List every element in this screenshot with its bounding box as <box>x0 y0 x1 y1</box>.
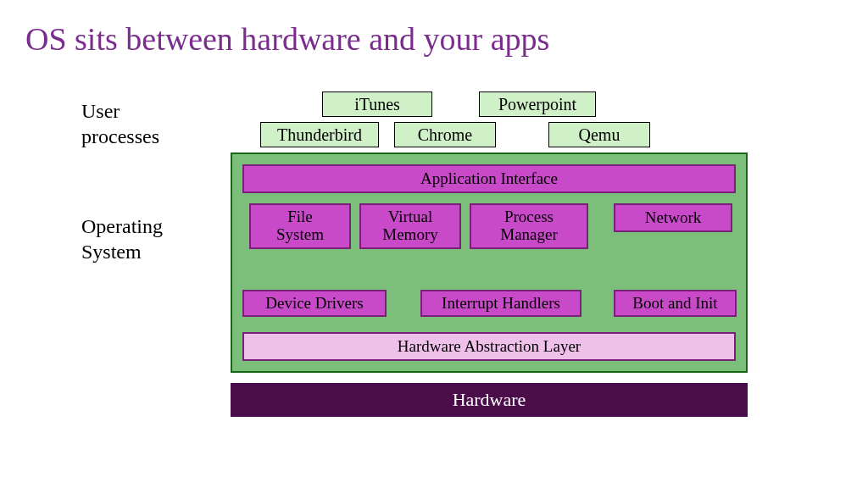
label-user-processes: Userprocesses <box>81 98 159 149</box>
os-process-manager: ProcessManager <box>470 203 588 249</box>
os-network: Network <box>614 203 732 232</box>
os-device-drivers: Device Drivers <box>242 290 387 317</box>
slide-title: OS sits between hardware and your apps <box>25 20 549 58</box>
os-virtual-memory: VirtualMemory <box>359 203 461 249</box>
os-boot-init: Boot and Init <box>614 290 737 317</box>
app-chrome: Chrome <box>394 122 496 147</box>
os-hardware-abstraction-layer: Hardware Abstraction Layer <box>242 332 736 361</box>
app-qemu: Qemu <box>548 122 650 147</box>
os-interrupt-handlers: Interrupt Handlers <box>420 290 581 317</box>
hardware-layer: Hardware <box>231 383 748 417</box>
os-application-interface: Application Interface <box>242 164 736 193</box>
os-file-system: FileSystem <box>249 203 351 249</box>
os-container: Application Interface FileSystem Virtual… <box>231 152 748 373</box>
app-powerpoint: Powerpoint <box>479 92 596 117</box>
label-operating-system: OperatingSystem <box>81 214 163 264</box>
app-itunes: iTunes <box>322 92 432 117</box>
app-thunderbird: Thunderbird <box>260 122 379 147</box>
